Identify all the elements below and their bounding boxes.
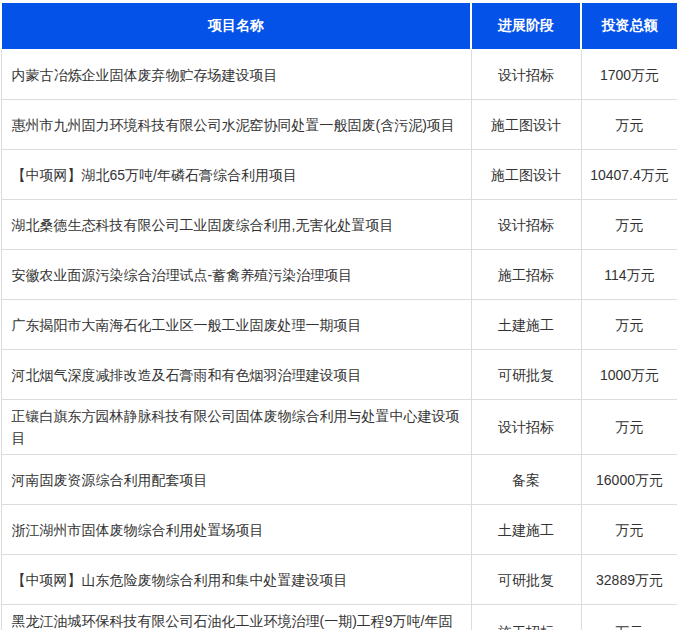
project-name-cell: 河北烟气深度减排改造及石膏雨和有色烟羽治理建设项目 bbox=[1, 350, 471, 400]
investment-cell: 万元 bbox=[581, 200, 677, 250]
project-name-cell: 内蒙古冶炼企业固体废弃物贮存场建设项目 bbox=[1, 50, 471, 100]
investment-cell: 万元 bbox=[581, 505, 677, 555]
stage-cell: 土建施工 bbox=[471, 300, 581, 350]
investment-cell: 114万元 bbox=[581, 250, 677, 300]
project-name-cell: 正镶白旗东方园林静脉科技有限公司固体废物综合利用与处置中心建设项目 bbox=[1, 400, 471, 455]
project-name-cell: 【中项网】山东危险废物综合利用和集中处置建设项目 bbox=[1, 555, 471, 605]
investment-cell: 1000万元 bbox=[581, 350, 677, 400]
table-row[interactable]: 河北烟气深度减排改造及石膏雨和有色烟羽治理建设项目 可研批复 1000万元 bbox=[1, 350, 677, 400]
project-name-cell: 安徽农业面源污染综合治理试点-蓄禽养殖污染治理项目 bbox=[1, 250, 471, 300]
investment-cell: 万元 bbox=[581, 100, 677, 150]
table-row[interactable]: 【中项网】山东危险废物综合利用和集中处置建设项目 可研批复 32889万元 bbox=[1, 555, 677, 605]
stage-cell: 设计招标 bbox=[471, 400, 581, 455]
table-header-row: 项目名称 进展阶段 投资总额 bbox=[1, 2, 677, 50]
column-header-stage: 进展阶段 bbox=[471, 2, 581, 50]
investment-cell: 万元 bbox=[581, 300, 677, 350]
stage-cell: 土建施工 bbox=[471, 505, 581, 555]
table-row[interactable]: 安徽农业面源污染综合治理试点-蓄禽养殖污染治理项目 施工招标 114万元 bbox=[1, 250, 677, 300]
investment-cell: 10407.4万元 bbox=[581, 150, 677, 200]
stage-cell: 备案 bbox=[471, 455, 581, 505]
investment-cell: 16000万元 bbox=[581, 455, 677, 505]
table-row[interactable]: 黑龙江油城环保科技有限公司石油化工业环境治理(一期)工程9万吨/年固体废物处理项… bbox=[1, 605, 677, 630]
table-row[interactable]: 浙江湖州市固体废物综合利用处置场项目 土建施工 万元 bbox=[1, 505, 677, 555]
table-row[interactable]: 正镶白旗东方园林静脉科技有限公司固体废物综合利用与处置中心建设项目 设计招标 万… bbox=[1, 400, 677, 455]
column-header-project-name: 项目名称 bbox=[1, 2, 471, 50]
table-row[interactable]: 广东揭阳市大南海石化工业区一般工业固废处理一期项目 土建施工 万元 bbox=[1, 300, 677, 350]
table-row[interactable]: 内蒙古冶炼企业固体废弃物贮存场建设项目 设计招标 1700万元 bbox=[1, 50, 677, 100]
investment-cell: 万元 bbox=[581, 400, 677, 455]
stage-cell: 施工招标 bbox=[471, 250, 581, 300]
table-row[interactable]: 河南固废资源综合利用配套项目 备案 16000万元 bbox=[1, 455, 677, 505]
stage-cell: 可研批复 bbox=[471, 350, 581, 400]
stage-cell: 设计招标 bbox=[471, 200, 581, 250]
stage-cell: 可研批复 bbox=[471, 555, 581, 605]
project-name-cell: 黑龙江油城环保科技有限公司石油化工业环境治理(一期)工程9万吨/年固体废物处理项… bbox=[1, 605, 471, 630]
project-name-cell: 广东揭阳市大南海石化工业区一般工业固废处理一期项目 bbox=[1, 300, 471, 350]
project-name-cell: 河南固废资源综合利用配套项目 bbox=[1, 455, 471, 505]
projects-table-container: 项目名称 进展阶段 投资总额 内蒙古冶炼企业固体废弃物贮存场建设项目 设计招标 … bbox=[0, 0, 677, 630]
table-row[interactable]: 【中项网】湖北65万吨/年磷石膏综合利用项目 施工图设计 10407.4万元 bbox=[1, 150, 677, 200]
stage-cell: 设计招标 bbox=[471, 50, 581, 100]
table-row[interactable]: 惠州市九州固力环境科技有限公司水泥窑协同处置一般固废(含污泥)项目 施工图设计 … bbox=[1, 100, 677, 150]
projects-table: 项目名称 进展阶段 投资总额 内蒙古冶炼企业固体废弃物贮存场建设项目 设计招标 … bbox=[0, 0, 677, 630]
stage-cell: 施工图设计 bbox=[471, 100, 581, 150]
project-name-cell: 浙江湖州市固体废物综合利用处置场项目 bbox=[1, 505, 471, 555]
investment-cell: 32889万元 bbox=[581, 555, 677, 605]
stage-cell: 施工图设计 bbox=[471, 150, 581, 200]
project-name-cell: 惠州市九州固力环境科技有限公司水泥窑协同处置一般固废(含污泥)项目 bbox=[1, 100, 471, 150]
project-name-cell: 湖北桑德生态科技有限公司工业固废综合利用,无害化处置项目 bbox=[1, 200, 471, 250]
table-row[interactable]: 湖北桑德生态科技有限公司工业固废综合利用,无害化处置项目 设计招标 万元 bbox=[1, 200, 677, 250]
stage-cell: 施工招标 bbox=[471, 605, 581, 630]
column-header-investment: 投资总额 bbox=[581, 2, 677, 50]
investment-cell: 1700万元 bbox=[581, 50, 677, 100]
project-name-cell: 【中项网】湖北65万吨/年磷石膏综合利用项目 bbox=[1, 150, 471, 200]
investment-cell: 万元 bbox=[581, 605, 677, 630]
